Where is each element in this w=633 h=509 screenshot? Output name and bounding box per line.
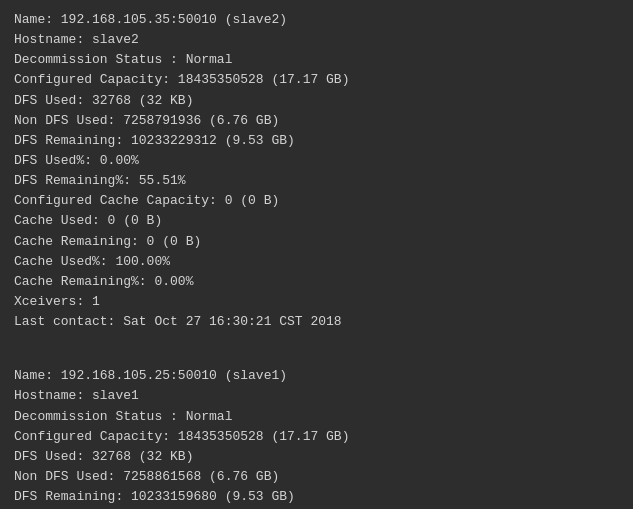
- node-block-node1: Name: 192.168.105.35:50010 (slave2)Hostn…: [14, 10, 619, 332]
- line-node2-6: DFS Remaining: 10233159680 (9.53 GB): [14, 487, 619, 507]
- line-node2-1: Hostname: slave1: [14, 386, 619, 406]
- line-node2-0: Name: 192.168.105.25:50010 (slave1): [14, 366, 619, 386]
- line-node1-11: Cache Remaining: 0 (0 B): [14, 232, 619, 252]
- line-node1-7: DFS Used%: 0.00%: [14, 151, 619, 171]
- line-node1-6: DFS Remaining: 10233229312 (9.53 GB): [14, 131, 619, 151]
- line-node1-10: Cache Used: 0 (0 B): [14, 211, 619, 231]
- line-node1-15: Last contact: Sat Oct 27 16:30:21 CST 20…: [14, 312, 619, 332]
- line-node1-8: DFS Remaining%: 55.51%: [14, 171, 619, 191]
- line-node1-9: Configured Cache Capacity: 0 (0 B): [14, 191, 619, 211]
- line-node2-3: Configured Capacity: 18435350528 (17.17 …: [14, 427, 619, 447]
- node-block-node2: Name: 192.168.105.25:50010 (slave1)Hostn…: [14, 366, 619, 507]
- line-node1-1: Hostname: slave2: [14, 30, 619, 50]
- line-node1-0: Name: 192.168.105.35:50010 (slave2): [14, 10, 619, 30]
- line-node1-4: DFS Used: 32768 (32 KB): [14, 91, 619, 111]
- line-node2-4: DFS Used: 32768 (32 KB): [14, 447, 619, 467]
- line-node1-3: Configured Capacity: 18435350528 (17.17 …: [14, 70, 619, 90]
- line-node1-5: Non DFS Used: 7258791936 (6.76 GB): [14, 111, 619, 131]
- line-node2-2: Decommission Status : Normal: [14, 407, 619, 427]
- spacer-0: [14, 350, 619, 366]
- line-node1-13: Cache Remaining%: 0.00%: [14, 272, 619, 292]
- line-node1-2: Decommission Status : Normal: [14, 50, 619, 70]
- line-node1-12: Cache Used%: 100.00%: [14, 252, 619, 272]
- line-node2-5: Non DFS Used: 7258861568 (6.76 GB): [14, 467, 619, 487]
- datanode-info: Name: 192.168.105.35:50010 (slave2)Hostn…: [14, 10, 619, 507]
- line-node1-14: Xceivers: 1: [14, 292, 619, 312]
